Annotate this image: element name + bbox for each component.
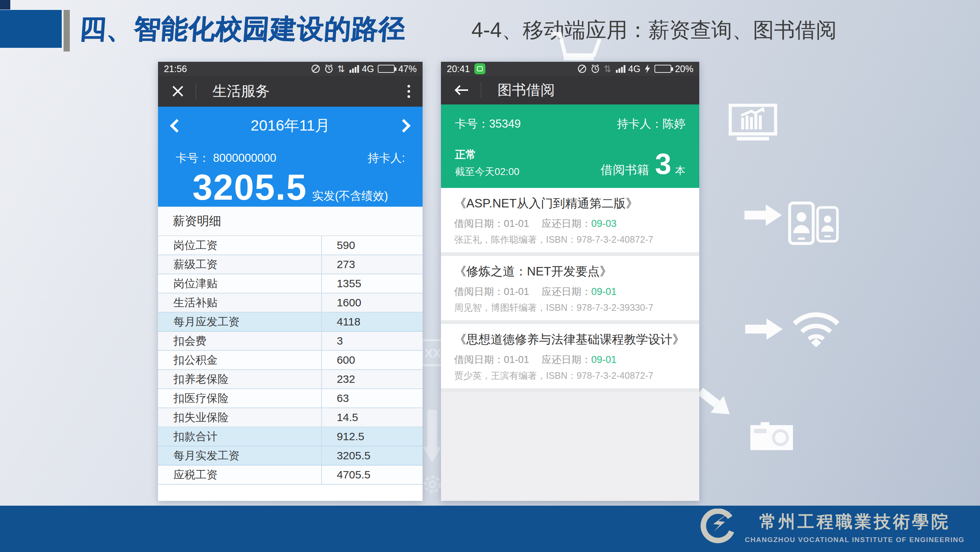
table-row: 扣会费3 <box>158 332 423 351</box>
book-list-item[interactable]: 《思想道德修养与法律基础课程教学设计》 借阅日期：01-01应还日期：09-01… <box>441 324 699 388</box>
row-label: 扣养老保险 <box>158 370 322 388</box>
table-row-highlight: 扣款合计912.5 <box>158 428 423 447</box>
book-due-label: 应还日期： <box>542 354 591 365</box>
book-due-label: 应还日期： <box>542 218 591 229</box>
charging-icon <box>644 64 651 73</box>
table-row: 岗位津贴1355 <box>158 274 423 294</box>
book-meta: 张正礼，陈作聪编著，ISBN：978-7-3-2-40872-7 <box>454 233 686 246</box>
row-value: 1600 <box>322 294 423 312</box>
wifi-icon <box>791 311 842 348</box>
table-row: 扣养老保险232 <box>158 370 423 389</box>
card-deadline: 截至今天02:00 <box>455 165 520 179</box>
book-title: 《修炼之道：NET开发要点》 <box>454 263 686 280</box>
salary-app-screenshot: 21:56 ⇅ 4G 47% 生活服务 2016年1 <box>158 62 423 501</box>
library-card-panel: 卡号：35349 持卡人：陈婷 正常 截至今天02:00 借阅书籍 3 本 <box>441 104 699 188</box>
book-meta: 贾少英，王滨有编著，ISBN：978-7-3-2-40872-7 <box>454 370 686 382</box>
corner-decoration <box>0 0 10 10</box>
battery-percent: 20% <box>675 64 694 74</box>
book-title: 《ASP.NET从入门到精通第二版》 <box>454 195 686 212</box>
table-row: 岗位工资590 <box>158 236 423 255</box>
row-value: 912.5 <box>322 428 423 446</box>
card-number-label: 卡号： <box>176 152 210 164</box>
mute-icon <box>577 64 587 73</box>
row-value: 4118 <box>322 313 423 331</box>
row-value: 1355 <box>322 274 423 293</box>
card-status-text: 正常 <box>455 147 520 162</box>
slide: 四、智能化校园建设的路径 4-4、移动端应用：薪资查询、图书借阅 <box>0 0 980 552</box>
network-type: 4G <box>362 64 374 74</box>
book-borrow-date: 借阅日期：01-01 <box>454 286 529 297</box>
salary-nav-title: 生活服务 <box>212 81 270 101</box>
menu-icon[interactable] <box>407 85 410 98</box>
row-value: 273 <box>322 255 423 274</box>
title-bar-decoration <box>64 10 70 51</box>
salary-footer-blank <box>158 485 423 501</box>
camera-icon <box>748 420 795 452</box>
book-borrow-date: 借阅日期：01-01 <box>454 354 529 365</box>
row-label: 每月应发工资 <box>158 313 322 331</box>
page-title: 四、智能化校园建设的路径 <box>78 11 407 48</box>
next-month-icon[interactable] <box>397 119 411 132</box>
arrow-right-icon <box>745 319 783 340</box>
table-row: 应税工资4705.5 <box>158 466 423 485</box>
school-logo-icon <box>698 509 736 546</box>
library-card-holder: 持卡人：陈婷 <box>617 116 685 132</box>
table-row: 扣公积金600 <box>158 351 423 370</box>
network-type: 4G <box>628 64 641 74</box>
battery-icon <box>654 65 671 73</box>
book-due-label: 应还日期： <box>542 286 591 297</box>
row-label: 扣款合计 <box>158 428 322 446</box>
borrow-count-value: 3 <box>655 151 672 177</box>
battery-percent: 47% <box>398 64 417 74</box>
borrow-count-label: 借阅书籍 <box>601 162 649 179</box>
table-row: 扣医疗保险63 <box>158 389 423 408</box>
row-label: 生活补贴 <box>158 294 322 312</box>
bottom-band: 常州工程職業技術學院 CHANGZHOU VOCATIONAL INSTITUT… <box>0 506 980 552</box>
mute-icon <box>311 64 320 73</box>
book-due-date: 09-03 <box>591 218 617 229</box>
borrow-count-group: 借阅书籍 3 本 <box>601 151 686 179</box>
vibrate-icon: ⇅ <box>337 64 345 74</box>
card-number: 卡号： 8000000000 <box>176 150 276 166</box>
phones-users-icon <box>788 201 840 245</box>
net-salary-note: 实发(不含绩效) <box>312 188 388 204</box>
net-salary-amount: 3205.5 <box>192 167 307 208</box>
book-title: 《思想道德修养与法律基础课程教学设计》 <box>454 331 686 348</box>
table-row-highlight: 每月应发工资4118 <box>158 313 423 332</box>
back-icon[interactable] <box>454 84 469 96</box>
card-status: 正常 截至今天02:00 <box>455 147 520 179</box>
title-square-decoration <box>0 10 62 48</box>
borrow-count-unit: 本 <box>675 164 685 178</box>
book-meta: 周见智，博图轩编著，ISBN：978-7-3-2-39330-7 <box>454 302 686 314</box>
book-due-date: 09-01 <box>591 286 617 297</box>
monitor-chart-icon <box>729 104 777 144</box>
gear-icon <box>421 473 444 496</box>
salary-summary-panel: 2016年11月 卡号： 8000000000 持卡人: 3205.5 实发(不… <box>158 107 423 207</box>
book-list-item[interactable]: 《ASP.NET从入门到精通第二版》 借阅日期：01-01应还日期：09-03 … <box>441 188 699 252</box>
row-value: 3205.5 <box>322 447 423 465</box>
notification-app-icon <box>474 63 485 74</box>
row-value: 3 <box>322 332 423 350</box>
arrow-down-right-icon <box>694 383 737 423</box>
row-label: 扣公积金 <box>158 351 322 369</box>
book-dates: 借阅日期：01-01应还日期：09-01 <box>454 285 686 298</box>
close-icon[interactable] <box>171 85 185 98</box>
book-borrow-date: 借阅日期：01-01 <box>454 218 529 229</box>
row-label: 扣失业保险 <box>158 408 322 427</box>
book-dates: 借阅日期：01-01应还日期：09-03 <box>454 217 686 230</box>
vibrate-icon: ⇅ <box>604 64 611 74</box>
row-label: 应税工资 <box>158 466 322 484</box>
row-label: 岗位工资 <box>158 236 322 254</box>
library-card-number: 卡号：35349 <box>455 116 521 132</box>
arrow-down-icon <box>423 410 442 462</box>
book-list-item[interactable]: 《修炼之道：NET开发要点》 借阅日期：01-01应还日期：09-01 周见智，… <box>441 256 699 320</box>
card-number-value: 8000000000 <box>213 152 276 164</box>
table-row: 薪级工资273 <box>158 255 423 274</box>
battery-icon <box>378 65 395 73</box>
row-value: 590 <box>322 236 423 254</box>
row-label: 扣会费 <box>158 332 322 350</box>
svg-text:XX: XX <box>425 346 441 360</box>
school-name-cn: 常州工程職業技術學院 <box>745 511 964 533</box>
salary-nav-bar: 生活服务 <box>158 76 423 107</box>
page-subtitle: 4-4、移动端应用：薪资查询、图书借阅 <box>471 16 837 45</box>
